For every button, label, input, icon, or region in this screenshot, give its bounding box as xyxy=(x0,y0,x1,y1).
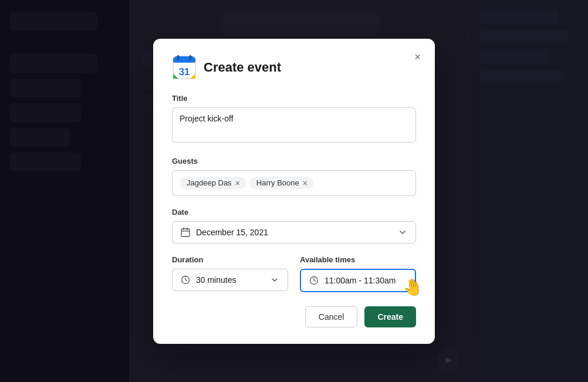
close-button[interactable]: × xyxy=(411,49,424,65)
date-value: December 15, 2021 xyxy=(196,228,268,237)
chevron-down-icon xyxy=(398,228,407,237)
duration-field-group: Duration 30 minutes xyxy=(172,255,288,292)
guest-tag-harry: Harry Boone × xyxy=(249,177,313,189)
duration-times-row: Duration 30 minutes Available time xyxy=(172,255,416,292)
available-times-wrapper: 11:00am - 11:30am 🤚 xyxy=(300,269,416,292)
modal-overlay: × 31 Create event Title Project kick-off xyxy=(0,0,588,382)
modal-header: 31 Create event xyxy=(172,55,416,80)
guest-name-jagdeep: Jagdeep Das xyxy=(187,178,232,187)
available-times-field-group: Available times 11:00am - 11:30am 🤚 xyxy=(300,255,416,292)
modal-title: Create event xyxy=(204,60,281,75)
duration-label: Duration xyxy=(172,255,288,264)
guest-tag-jagdeep: Jagdeep Das × xyxy=(180,177,246,189)
title-input[interactable]: Project kick-off xyxy=(172,107,416,143)
clock-icon-times xyxy=(309,276,319,285)
date-select-left: December 15, 2021 xyxy=(181,228,268,237)
svg-rect-3 xyxy=(189,55,191,60)
title-field-group: Title Project kick-off xyxy=(172,94,416,145)
modal-footer: Cancel Create xyxy=(172,306,416,327)
duration-value: 30 minutes xyxy=(196,275,236,285)
create-button[interactable]: Create xyxy=(364,306,416,327)
chevron-down-icon-duration xyxy=(270,275,279,285)
duration-select-left: 30 minutes xyxy=(181,275,236,285)
guests-input-container[interactable]: Jagdeep Das × Harry Boone × xyxy=(172,170,416,196)
guests-label: Guests xyxy=(172,157,416,165)
guest-name-harry: Harry Boone xyxy=(256,178,299,187)
clock-icon xyxy=(181,275,190,285)
cancel-button[interactable]: Cancel xyxy=(305,306,358,327)
date-label: Date xyxy=(172,208,416,217)
duration-select[interactable]: 30 minutes xyxy=(172,269,288,291)
svg-text:31: 31 xyxy=(179,66,190,77)
remove-guest-jagdeep[interactable]: × xyxy=(235,179,240,187)
guests-field-group: Guests Jagdeep Das × Harry Boone × xyxy=(172,157,416,196)
svg-rect-2 xyxy=(173,60,195,62)
svg-rect-8 xyxy=(181,229,190,236)
available-times-label: Available times xyxy=(300,255,416,264)
remove-guest-harry[interactable]: × xyxy=(303,179,307,187)
svg-rect-4 xyxy=(177,55,179,60)
date-select[interactable]: December 15, 2021 xyxy=(172,221,416,244)
title-label: Title xyxy=(172,94,416,103)
create-event-modal: × 31 Create event Title Project kick-off xyxy=(153,39,435,344)
available-times-select[interactable]: 11:00am - 11:30am xyxy=(300,269,416,292)
google-calendar-icon: 31 xyxy=(172,55,197,80)
date-field-group: Date December 15, 2021 xyxy=(172,208,416,244)
available-times-value: 11:00am - 11:30am xyxy=(325,276,396,285)
calendar-icon xyxy=(181,228,190,237)
